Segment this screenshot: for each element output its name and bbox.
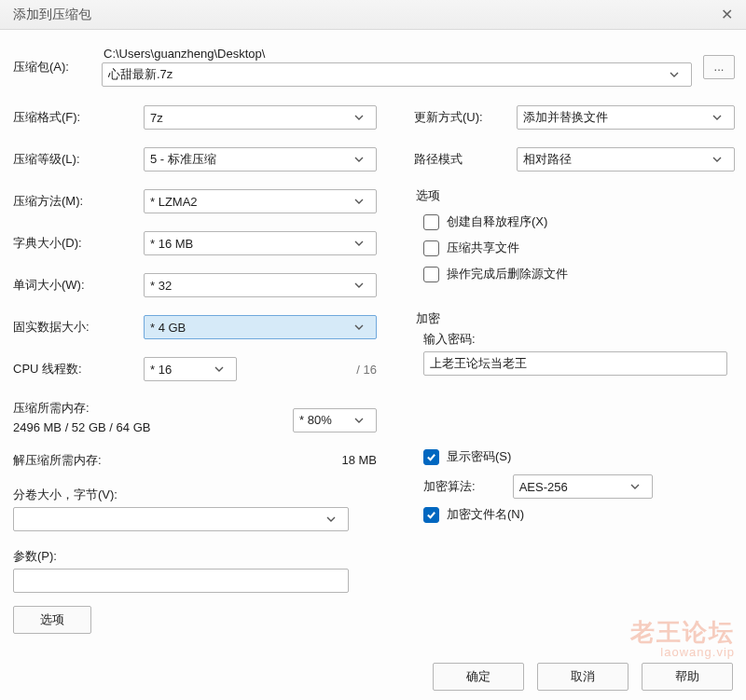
chevron-down-icon bbox=[348, 409, 370, 432]
enc-names-checkbox[interactable] bbox=[423, 507, 439, 523]
chevron-down-icon bbox=[706, 106, 728, 129]
method-combo[interactable]: * LZMA2 bbox=[144, 189, 377, 213]
chevron-down-icon bbox=[663, 63, 685, 86]
chevron-down-icon bbox=[348, 106, 370, 129]
sfx-checkbox[interactable] bbox=[423, 214, 439, 230]
cancel-button[interactable]: 取消 bbox=[537, 663, 629, 691]
options-legend: 选项 bbox=[416, 187, 440, 204]
encrypt-legend: 加密 bbox=[416, 310, 440, 327]
archive-path-prefix: C:\Users\guanzheng\Desktop\ bbox=[102, 47, 692, 61]
browse-button[interactable]: ... bbox=[703, 55, 735, 79]
sfx-label: 创建自释放程序(X) bbox=[447, 213, 547, 230]
method-label: 压缩方法(M): bbox=[13, 193, 144, 210]
dict-combo[interactable]: * 16 MB bbox=[144, 231, 377, 255]
chevron-down-icon bbox=[320, 508, 342, 530]
chevron-down-icon bbox=[624, 475, 646, 498]
password-input[interactable]: 上老王论坛当老王 bbox=[423, 351, 727, 376]
chevron-down-icon bbox=[208, 358, 230, 380]
pathmode-label: 路径模式 bbox=[414, 151, 517, 168]
cpu-combo[interactable]: * 16 bbox=[144, 357, 237, 381]
chevron-down-icon bbox=[348, 232, 370, 254]
chevron-down-icon bbox=[348, 274, 370, 296]
params-input[interactable] bbox=[13, 569, 349, 593]
chevron-down-icon bbox=[706, 148, 728, 171]
help-button[interactable]: 帮助 bbox=[642, 663, 733, 691]
show-password-checkbox[interactable] bbox=[423, 449, 439, 465]
archive-label: 压缩包(A): bbox=[13, 59, 102, 75]
format-combo[interactable]: 7z bbox=[144, 105, 377, 130]
solid-combo[interactable]: * 4 GB bbox=[144, 315, 377, 339]
params-label: 参数(P): bbox=[13, 548, 377, 565]
show-password-label: 显示密码(S) bbox=[447, 448, 511, 465]
cpu-max: / 16 bbox=[356, 363, 377, 377]
options-button[interactable]: 选项 bbox=[13, 606, 91, 634]
split-label: 分卷大小，字节(V): bbox=[13, 487, 377, 503]
delete-after-label: 操作完成后删除源文件 bbox=[447, 266, 568, 282]
format-label: 压缩格式(F): bbox=[13, 109, 144, 126]
options-group: 选项 创建自释放程序(X) 压缩共享文件 操作完成后删除源文件 bbox=[414, 189, 735, 299]
level-combo[interactable]: 5 - 标准压缩 bbox=[144, 147, 377, 172]
enc-algo-label: 加密算法: bbox=[423, 478, 476, 495]
mem-pct-combo[interactable]: * 80% bbox=[293, 408, 377, 432]
chevron-down-icon bbox=[348, 148, 370, 171]
level-label: 压缩等级(L): bbox=[13, 151, 144, 168]
enc-names-label: 加密文件名(N) bbox=[447, 506, 524, 523]
chevron-down-icon bbox=[348, 190, 370, 213]
titlebar: 添加到压缩包 ✕ bbox=[0, 0, 746, 30]
chevron-down-icon bbox=[348, 316, 370, 338]
cpu-label: CPU 线程数: bbox=[13, 361, 144, 377]
mem-decompress-value: 18 MB bbox=[341, 451, 377, 471]
window-title: 添加到压缩包 bbox=[13, 7, 91, 23]
encrypt-group: 加密 输入密码: 上老王论坛当老王 显示密码(S) 加密算法: AES-256 bbox=[414, 312, 735, 538]
update-label: 更新方式(U): bbox=[414, 109, 517, 126]
word-combo[interactable]: * 32 bbox=[144, 273, 377, 297]
shared-label: 压缩共享文件 bbox=[447, 240, 519, 256]
ok-button[interactable]: 确定 bbox=[433, 663, 524, 691]
shared-checkbox[interactable] bbox=[423, 240, 439, 256]
solid-label: 固实数据大小: bbox=[13, 319, 144, 336]
split-combo[interactable] bbox=[13, 507, 349, 531]
update-combo[interactable]: 添加并替换文件 bbox=[517, 105, 735, 130]
pathmode-combo[interactable]: 相对路径 bbox=[517, 147, 735, 172]
enc-algo-combo[interactable]: AES-256 bbox=[513, 474, 653, 499]
archive-filename-combo[interactable]: 心甜最新.7z bbox=[102, 62, 692, 87]
dict-label: 字典大小(D): bbox=[13, 235, 144, 252]
mem-compress-value: 2496 MB / 52 GB / 64 GB bbox=[13, 419, 293, 438]
close-icon[interactable]: ✕ bbox=[715, 2, 739, 27]
mem-compress-label: 压缩所需内存: bbox=[13, 399, 293, 419]
password-label: 输入密码: bbox=[423, 331, 733, 348]
word-label: 单词大小(W): bbox=[13, 277, 144, 294]
mem-decompress-label: 解压缩所需内存: bbox=[13, 451, 341, 471]
delete-after-checkbox[interactable] bbox=[423, 267, 439, 282]
